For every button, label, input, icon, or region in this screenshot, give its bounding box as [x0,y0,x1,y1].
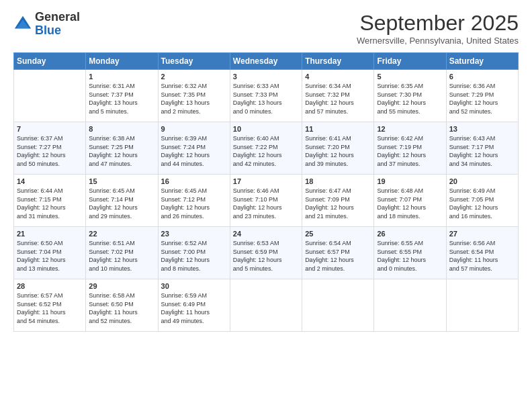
week-row-2: 7Sunrise: 6:37 AMSunset: 7:27 PMDaylight… [14,122,519,175]
month-title: September 2025 [357,11,519,36]
cell-w4-d4: 24Sunrise: 6:53 AMSunset: 6:59 PMDayligh… [230,227,302,279]
title-block: September 2025 Wernersville, Pennsylvani… [357,11,519,46]
cell-w2-d7: 13Sunrise: 6:43 AMSunset: 7:17 PMDayligh… [446,122,518,175]
cell-w1-d4: 3Sunrise: 6:33 AMSunset: 7:33 PMDaylight… [230,70,302,122]
cell-info: Sunrise: 6:52 AMSunset: 7:00 PMDaylight:… [161,239,227,273]
day-number: 24 [233,230,299,238]
cell-info: Sunrise: 6:56 AMSunset: 6:54 PMDaylight:… [449,239,515,273]
cell-info: Sunrise: 6:36 AMSunset: 7:29 PMDaylight:… [449,82,515,116]
day-number: 25 [305,230,371,238]
cell-info: Sunrise: 6:42 AMSunset: 7:19 PMDaylight:… [377,134,443,168]
col-header-monday: Monday [86,53,158,70]
cell-info: Sunrise: 6:55 AMSunset: 6:55 PMDaylight:… [377,239,443,273]
cell-w2-d2: 8Sunrise: 6:38 AMSunset: 7:25 PMDaylight… [86,122,158,175]
header-row: SundayMondayTuesdayWednesdayThursdayFrid… [14,53,519,70]
cell-info: Sunrise: 6:45 AMSunset: 7:14 PMDaylight:… [89,187,154,220]
cell-w1-d3: 2Sunrise: 6:32 AMSunset: 7:35 PMDaylight… [158,70,230,122]
cell-w5-d6 [374,279,446,332]
cell-info: Sunrise: 6:31 AMSunset: 7:37 PMDaylight:… [89,82,154,116]
day-number: 21 [17,230,83,238]
day-number: 16 [161,177,227,185]
col-header-sunday: Sunday [14,53,86,70]
cell-info: Sunrise: 6:53 AMSunset: 6:59 PMDaylight:… [233,239,299,273]
cell-w1-d6: 5Sunrise: 6:35 AMSunset: 7:30 PMDaylight… [374,70,446,122]
cell-info: Sunrise: 6:58 AMSunset: 6:50 PMDaylight:… [89,291,154,325]
location: Wernersville, Pennsylvania, United State… [357,36,519,46]
week-row-5: 28Sunrise: 6:57 AMSunset: 6:52 PMDayligh… [14,279,519,332]
cell-info: Sunrise: 6:54 AMSunset: 6:57 PMDaylight:… [305,239,371,273]
cell-info: Sunrise: 6:33 AMSunset: 7:33 PMDaylight:… [233,82,299,116]
cell-w3-d6: 19Sunrise: 6:48 AMSunset: 7:07 PMDayligh… [374,175,446,227]
cell-info: Sunrise: 6:35 AMSunset: 7:30 PMDaylight:… [377,82,443,116]
calendar-body: 1Sunrise: 6:31 AMSunset: 7:37 PMDaylight… [14,70,519,332]
day-number: 14 [17,177,83,185]
day-number: 11 [305,125,371,133]
cell-info: Sunrise: 6:46 AMSunset: 7:10 PMDaylight:… [233,187,299,220]
day-number: 8 [89,125,154,133]
cell-w5-d7 [446,279,518,332]
cell-w4-d5: 25Sunrise: 6:54 AMSunset: 6:57 PMDayligh… [302,227,374,279]
cell-w4-d2: 22Sunrise: 6:51 AMSunset: 7:02 PMDayligh… [86,227,158,279]
cell-w2-d5: 11Sunrise: 6:41 AMSunset: 7:20 PMDayligh… [302,122,374,175]
cell-w4-d6: 26Sunrise: 6:55 AMSunset: 6:55 PMDayligh… [374,227,446,279]
cell-info: Sunrise: 6:44 AMSunset: 7:15 PMDaylight:… [17,187,83,220]
cell-info: Sunrise: 6:51 AMSunset: 7:02 PMDaylight:… [89,239,154,273]
cell-w2-d1: 7Sunrise: 6:37 AMSunset: 7:27 PMDaylight… [14,122,86,175]
cell-w5-d2: 29Sunrise: 6:58 AMSunset: 6:50 PMDayligh… [86,279,158,332]
day-number: 19 [377,177,443,185]
logo-blue-text: Blue [35,24,61,37]
col-header-tuesday: Tuesday [158,53,230,70]
cell-w1-d7: 6Sunrise: 6:36 AMSunset: 7:29 PMDaylight… [446,70,518,122]
day-number: 20 [449,177,515,185]
col-header-thursday: Thursday [302,53,374,70]
day-number: 9 [161,125,227,133]
cell-info: Sunrise: 6:37 AMSunset: 7:27 PMDaylight:… [17,134,83,168]
cell-info: Sunrise: 6:38 AMSunset: 7:25 PMDaylight:… [89,134,154,168]
cell-info: Sunrise: 6:39 AMSunset: 7:24 PMDaylight:… [161,134,227,168]
day-number: 5 [377,73,443,81]
day-number: 1 [89,73,154,81]
header: General Blue September 2025 Wernersville… [13,11,519,46]
day-number: 17 [233,177,299,185]
cell-w3-d2: 15Sunrise: 6:45 AMSunset: 7:14 PMDayligh… [86,175,158,227]
cell-w5-d3: 30Sunrise: 6:59 AMSunset: 6:49 PMDayligh… [158,279,230,332]
day-number: 18 [305,177,371,185]
cell-w2-d6: 12Sunrise: 6:42 AMSunset: 7:19 PMDayligh… [374,122,446,175]
cell-info: Sunrise: 6:48 AMSunset: 7:07 PMDaylight:… [377,187,443,220]
day-number: 4 [305,73,371,81]
cell-w1-d1 [14,70,86,122]
cell-info: Sunrise: 6:40 AMSunset: 7:22 PMDaylight:… [233,134,299,168]
logo-text: General Blue [35,11,80,38]
cell-info: Sunrise: 6:41 AMSunset: 7:20 PMDaylight:… [305,134,371,168]
col-header-friday: Friday [374,53,446,70]
day-number: 7 [17,125,83,133]
cell-info: Sunrise: 6:50 AMSunset: 7:04 PMDaylight:… [17,239,83,273]
cell-w4-d1: 21Sunrise: 6:50 AMSunset: 7:04 PMDayligh… [14,227,86,279]
calendar-table: SundayMondayTuesdayWednesdayThursdayFrid… [13,52,519,332]
day-number: 12 [377,125,443,133]
day-number: 28 [17,282,83,290]
day-number: 15 [89,177,154,185]
cell-info: Sunrise: 6:49 AMSunset: 7:05 PMDaylight:… [449,187,515,220]
col-header-saturday: Saturday [446,53,518,70]
cell-w3-d5: 18Sunrise: 6:47 AMSunset: 7:09 PMDayligh… [302,175,374,227]
day-number: 22 [89,230,154,238]
day-number: 29 [89,282,154,290]
cell-info: Sunrise: 6:43 AMSunset: 7:17 PMDaylight:… [449,134,515,168]
cell-info: Sunrise: 6:34 AMSunset: 7:32 PMDaylight:… [305,82,371,116]
cell-w5-d4 [230,279,302,332]
cell-w2-d3: 9Sunrise: 6:39 AMSunset: 7:24 PMDaylight… [158,122,230,175]
day-number: 10 [233,125,299,133]
week-row-3: 14Sunrise: 6:44 AMSunset: 7:15 PMDayligh… [14,175,519,227]
cell-info: Sunrise: 6:32 AMSunset: 7:35 PMDaylight:… [161,82,227,116]
cell-w3-d3: 16Sunrise: 6:45 AMSunset: 7:12 PMDayligh… [158,175,230,227]
cell-w4-d3: 23Sunrise: 6:52 AMSunset: 7:00 PMDayligh… [158,227,230,279]
cell-info: Sunrise: 6:57 AMSunset: 6:52 PMDaylight:… [17,291,83,325]
day-number: 13 [449,125,515,133]
day-number: 2 [161,73,227,81]
cell-w5-d1: 28Sunrise: 6:57 AMSunset: 6:52 PMDayligh… [14,279,86,332]
day-number: 3 [233,73,299,81]
cell-w4-d7: 27Sunrise: 6:56 AMSunset: 6:54 PMDayligh… [446,227,518,279]
cell-info: Sunrise: 6:45 AMSunset: 7:12 PMDaylight:… [161,187,227,220]
logo: General Blue [13,11,80,38]
